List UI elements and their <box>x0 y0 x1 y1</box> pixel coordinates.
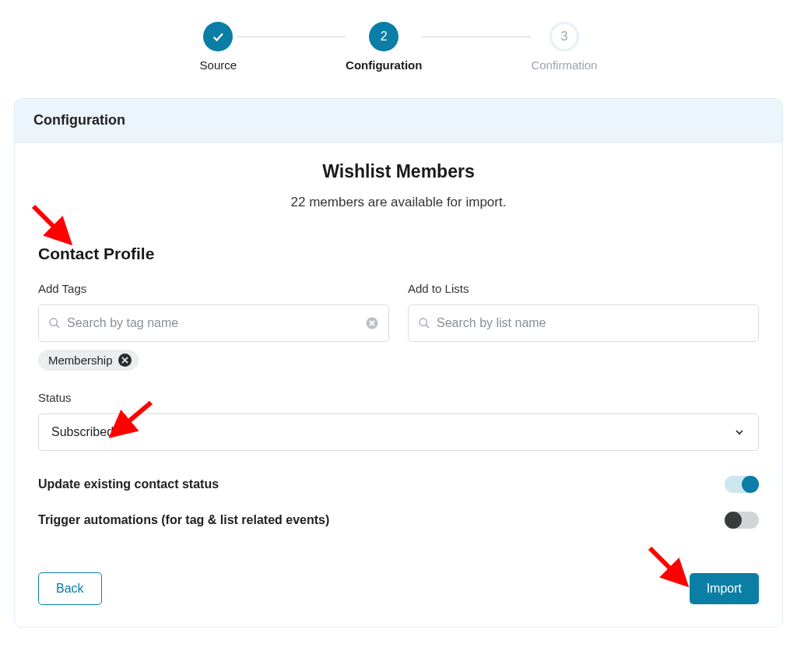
card-body: Wishlist Members 22 members are availabl… <box>15 142 782 627</box>
update-status-label: Update existing contact status <box>38 477 219 491</box>
add-lists-column: Add to Lists <box>408 282 759 371</box>
step-number: 3 <box>549 22 579 51</box>
stepper: Source 2 Configuration 3 Confirmation <box>14 22 783 72</box>
step-configuration[interactable]: 2 Configuration <box>346 22 422 72</box>
wishlist-subtitle: 22 members are available for import. <box>38 195 759 210</box>
status-block: Status Subscribed <box>38 391 759 451</box>
status-select[interactable]: Subscribed <box>38 413 759 451</box>
tag-search-field[interactable] <box>38 304 389 342</box>
svg-line-7 <box>33 206 69 242</box>
contact-profile-heading: Contact Profile <box>38 245 759 263</box>
update-status-toggle[interactable] <box>725 476 759 493</box>
back-button[interactable]: Back <box>38 572 102 605</box>
step-number: 2 <box>369 22 398 51</box>
import-button[interactable]: Import <box>690 573 759 604</box>
status-value: Subscribed <box>51 425 733 439</box>
trigger-automations-row: Trigger automations (for tag & list rela… <box>38 504 759 537</box>
card-header: Configuration <box>15 99 782 142</box>
actions-row: Back Import <box>38 572 759 605</box>
svg-point-5 <box>420 318 427 325</box>
step-confirmation: 3 Confirmation <box>531 22 597 72</box>
add-tags-label: Add Tags <box>38 282 389 295</box>
list-search-field[interactable] <box>408 304 759 342</box>
tag-chip-label: Membership <box>48 354 113 367</box>
svg-line-1 <box>56 325 59 328</box>
list-search-input[interactable] <box>437 316 749 330</box>
tag-search-input[interactable] <box>67 316 365 330</box>
step-connector <box>422 36 531 37</box>
trigger-automations-label: Trigger automations (for tag & list rela… <box>38 513 329 527</box>
search-icon <box>48 317 61 329</box>
status-label: Status <box>38 391 759 404</box>
step-connector <box>237 36 346 37</box>
trigger-automations-toggle[interactable] <box>725 512 759 529</box>
check-icon <box>203 22 233 51</box>
wishlist-title: Wishlist Members <box>38 161 759 182</box>
add-tags-column: Add Tags Membership <box>38 282 389 371</box>
step-label: Source <box>200 58 237 72</box>
svg-point-0 <box>50 318 57 325</box>
configuration-card: Configuration Wishlist Members 22 member… <box>14 98 783 628</box>
chevron-down-icon <box>733 426 746 438</box>
step-label: Confirmation <box>531 58 597 72</box>
remove-tag-icon[interactable] <box>118 354 132 367</box>
step-label: Configuration <box>346 58 422 72</box>
step-source[interactable]: Source <box>200 22 237 72</box>
add-lists-label: Add to Lists <box>408 282 759 295</box>
search-icon <box>418 317 430 329</box>
update-status-row: Update existing contact status <box>38 468 759 501</box>
clear-icon[interactable] <box>365 316 379 330</box>
svg-line-6 <box>426 325 429 328</box>
tag-chip-membership: Membership <box>38 350 139 371</box>
